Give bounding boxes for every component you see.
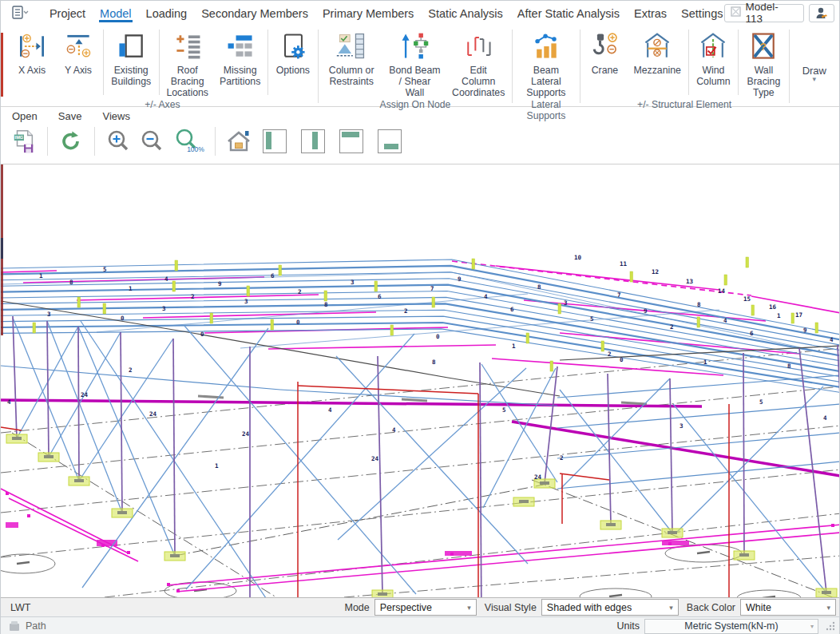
save-image-button[interactable]: IMG	[10, 126, 38, 157]
mode-label: Mode	[344, 602, 369, 613]
node-label: 1	[39, 272, 43, 279]
beam-lateral-supports-button[interactable]: Beam Lateral Supports	[514, 28, 578, 98]
model-name-badge[interactable]: Model-113	[724, 4, 805, 22]
node-label: 10	[574, 254, 582, 261]
crane-label: Crane	[592, 65, 619, 76]
wall-bracing-type-icon: ?	[746, 30, 781, 63]
node-label: 3	[47, 311, 51, 318]
beam-lateral-supports-label: Beam Lateral Supports	[520, 65, 573, 98]
visual-style-dropdown[interactable]: Shaded with edges▾	[541, 599, 679, 616]
menu-static-analysis[interactable]: Static Analysis	[427, 3, 504, 22]
wireframe-svg[interactable]: 1851429362836279468357928461940000121803…	[1, 164, 839, 597]
user-account-button[interactable]	[809, 4, 834, 22]
resize-grip[interactable]	[825, 620, 836, 632]
node-label: 9	[218, 280, 222, 287]
edit-column-coordinates-button[interactable]: Edit Column Coordinates	[446, 28, 510, 98]
crane-button[interactable]: Crane	[581, 28, 628, 76]
chevron-down-icon: ▾	[669, 604, 673, 612]
column-or-restraints-button[interactable]: Column or Restraints	[320, 28, 383, 87]
zoom-100-button[interactable]: 100%	[172, 126, 205, 157]
y-axis-button[interactable]: Y Axis	[55, 28, 101, 76]
mezzanine-button[interactable]: Mezzanine	[628, 28, 686, 76]
view-pane-bottom-button[interactable]	[378, 129, 402, 153]
node-label: 9	[644, 307, 648, 315]
view-pane-left-button[interactable]	[263, 129, 287, 153]
node-label: 3	[244, 298, 248, 305]
visual-style-label: Visual Style	[485, 602, 537, 613]
node-label: 6	[271, 272, 275, 279]
bond-beam-shear-wall-label: Bond Beam / Shear Wall	[389, 65, 441, 98]
group-caption-axes: +/- Axes	[9, 98, 316, 113]
menu-settings[interactable]: Settings	[680, 3, 723, 22]
options-button[interactable]: Options	[270, 28, 316, 76]
node-label: 24	[149, 410, 157, 418]
group-caption-assign-on-node: Assign On Node	[320, 98, 511, 113]
ribbon-separator	[159, 30, 160, 95]
wind-column-label: Wind Column	[695, 65, 731, 87]
view-status-bar: LWT Mode Perspective▾ Visual Style Shade…	[1, 597, 839, 616]
menu-primary-members[interactable]: Primary Members	[322, 3, 414, 22]
draw-button[interactable]: Draw ▾	[791, 28, 838, 106]
refresh-icon	[59, 129, 83, 153]
node-label: 4	[392, 426, 396, 434]
node-label: 4	[164, 275, 168, 283]
wall-bracing-type-button[interactable]: ? Wall Bracing Type	[740, 28, 787, 98]
menu-after-static-analysis[interactable]: After Static Analysis	[517, 3, 620, 22]
crane-icon	[587, 30, 622, 63]
ribbon: X Axis Y Axis	[1, 25, 839, 107]
toolbar-separator	[215, 127, 216, 156]
x-axis-label: X Axis	[18, 65, 46, 76]
zoom-out-button[interactable]	[138, 126, 165, 157]
x-axis-button[interactable]: X Axis	[9, 28, 55, 76]
missing-partitions-button[interactable]: Missing Partitions	[214, 28, 266, 87]
node-label: 8	[324, 301, 328, 308]
refresh-button[interactable]	[57, 126, 85, 157]
ribbon-group-structural-element: Crane Mezzanine	[581, 28, 787, 106]
view-pane-center-button[interactable]	[301, 129, 325, 153]
chevron-down-icon: ▾	[826, 604, 830, 612]
group-caption-structural-element: +/- Structural Element	[581, 98, 787, 113]
node-label: 8	[537, 283, 541, 291]
existing-buildings-label: Existing Buildings	[111, 65, 152, 87]
menu-model[interactable]: Model	[99, 3, 133, 22]
menu-loading[interactable]: Loading	[145, 3, 188, 22]
roof-bracing-locations-icon	[170, 30, 205, 63]
ribbon-separator	[103, 30, 104, 95]
zoom-in-button[interactable]	[105, 126, 132, 157]
node-label: 1	[512, 343, 516, 350]
home-view-button[interactable]	[225, 126, 252, 157]
node-label: 7	[430, 285, 434, 292]
model-viewport[interactable]: 1851429362836279468357928461940000121803…	[1, 164, 839, 597]
column-or-restraints-icon	[334, 30, 369, 63]
roof-clips	[33, 257, 818, 371]
roof-bracing-locations-button[interactable]: Roof Bracing Locations	[160, 28, 214, 98]
path-bar: Path Units Metric System(kN-m)▾	[1, 616, 839, 634]
node-label: 6	[510, 306, 514, 313]
node-label: 4	[328, 406, 332, 414]
node-label: 16	[769, 303, 777, 311]
mode-dropdown[interactable]: Perspective▾	[374, 599, 477, 616]
menu-secondary-members[interactable]: Secondary Members	[200, 3, 309, 22]
bond-beam-shear-wall-button[interactable]: Bond Beam / Shear Wall	[383, 28, 446, 98]
node-label: 3	[351, 279, 355, 286]
units-dropdown[interactable]: Metric System(kN-m)▾	[644, 619, 818, 634]
node-label: 0	[121, 315, 125, 322]
node-label: 8	[697, 301, 701, 308]
view-pane-top-button[interactable]	[339, 129, 363, 153]
existing-buildings-button[interactable]: Existing Buildings	[105, 28, 157, 87]
path-icon	[9, 620, 21, 632]
back-color-label: Back Color	[687, 602, 735, 613]
node-label: 17	[795, 311, 802, 319]
node-label: 15	[743, 295, 751, 303]
wind-column-button[interactable]: Wind Column	[690, 28, 736, 87]
group-caption-lateral-supports: Lateral Supports	[514, 98, 578, 124]
menu-project[interactable]: Project	[49, 3, 86, 22]
missing-partitions-label: Missing Partitions	[220, 65, 260, 87]
node-label: 13	[686, 278, 694, 285]
menu-extras[interactable]: Extras	[633, 3, 668, 22]
path-label[interactable]: Path	[26, 620, 46, 632]
node-label: 1	[703, 359, 707, 366]
app-menu-icon[interactable]	[10, 5, 31, 21]
node-label: 9	[803, 327, 807, 334]
back-color-dropdown[interactable]: White▾	[740, 599, 836, 616]
